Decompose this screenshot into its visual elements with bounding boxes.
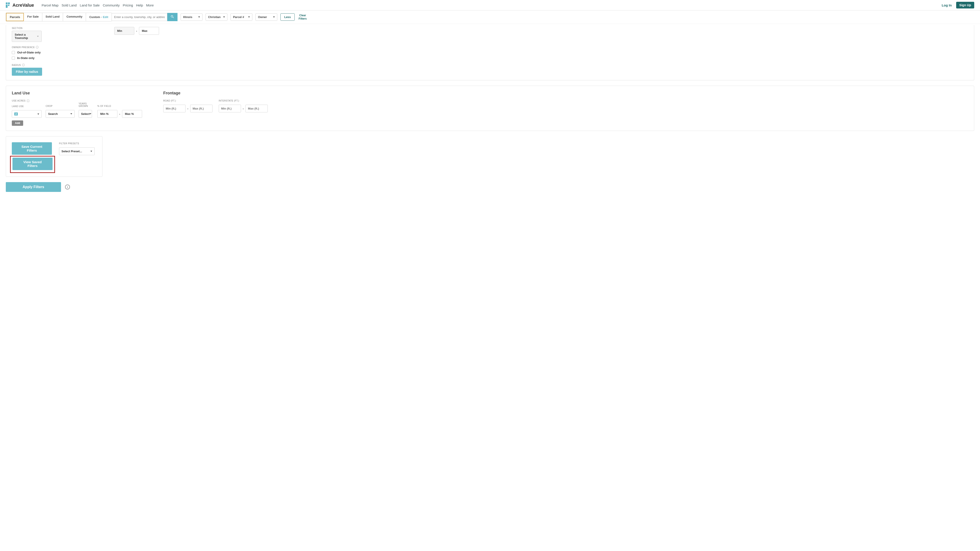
use-acres-label: USE ACRES <box>12 100 25 102</box>
checkbox-out-label: Out-of-State only <box>17 51 41 54</box>
logo-text: AcreValue <box>13 3 34 8</box>
view-saved-filters-button[interactable]: View Saved Filters <box>13 158 52 170</box>
road-min-input[interactable] <box>163 105 186 113</box>
tab-for-sale[interactable]: For Sale <box>24 13 42 21</box>
app-header: AcreValue Parcel Map Sold Land Land for … <box>0 0 980 11</box>
pct-max-input[interactable]: Max % <box>122 110 142 118</box>
land-use-select[interactable]: 2 <box>12 110 41 118</box>
radius-label: RADIUS i <box>12 64 85 66</box>
tab-community[interactable]: Community <box>63 13 86 21</box>
chevron-down-icon <box>223 16 225 17</box>
chevron-down-icon <box>37 114 39 115</box>
signup-button[interactable]: Sign Up <box>956 2 974 8</box>
interstate-min-input[interactable] <box>219 105 241 113</box>
chevron-down-icon <box>89 113 91 114</box>
less-button[interactable]: Less <box>280 13 295 21</box>
nav-help[interactable]: Help <box>136 2 143 8</box>
search-input[interactable] <box>111 13 167 21</box>
chevron-down-icon <box>248 16 250 17</box>
nav-land-for-sale[interactable]: Land for Sale <box>80 2 100 8</box>
state-value: Illinois <box>183 15 192 19</box>
nav-community[interactable]: Community <box>103 2 119 8</box>
township-select[interactable]: Select a Township <box>12 31 41 42</box>
highlight-annotation: View Saved Filters <box>10 156 55 173</box>
crop-select[interactable]: Search <box>46 110 75 118</box>
land-use-frontage-panel: Land Use USE ACRES LAND USE 2 CROP Searc… <box>6 86 974 131</box>
nav-parcel-map[interactable]: Parcel Map <box>41 2 59 8</box>
years-label: YEARS GROWN <box>79 102 93 107</box>
chevron-down-icon <box>198 16 200 17</box>
interstate-label: INTERSTATE (FT.) <box>219 100 268 102</box>
tab-sold-land[interactable]: Sold Land <box>42 13 63 21</box>
checkbox-in-label: In-State only <box>17 56 35 60</box>
tab-custom-label: Custom <box>89 15 100 19</box>
info-icon[interactable]: i <box>36 46 38 49</box>
checkbox-out-of-state[interactable]: Out-of-State only <box>12 51 85 54</box>
logo-icon <box>6 2 11 8</box>
filter-radius-button[interactable]: Filter by radius <box>12 68 42 76</box>
info-icon[interactable]: i <box>22 64 25 66</box>
crop-value: Search <box>48 112 58 116</box>
land-use-label: LAND USE <box>12 105 41 108</box>
tab-custom-dash: - <box>101 15 102 19</box>
section-label: SECTION <box>12 27 85 29</box>
frontage-title: Frontage <box>163 91 268 95</box>
presets-label: FILTER PRESETS <box>59 142 95 145</box>
clear-line1: Clear <box>299 14 307 17</box>
chevron-down-icon <box>37 36 39 37</box>
save-filters-button[interactable]: Save Current Filters <box>12 142 52 155</box>
road-label: ROAD (FT.) <box>163 100 213 102</box>
search-button[interactable] <box>167 13 178 21</box>
years-select[interactable]: Select <box>79 110 92 118</box>
range-dash: - <box>187 107 188 110</box>
owner-value: Owner <box>258 15 267 19</box>
filter-tabs: Parcels For Sale Sold Land Community Cus… <box>6 13 112 21</box>
min-input[interactable]: Min <box>114 27 134 35</box>
preset-select[interactable]: Select Preset... <box>59 148 95 155</box>
location-filter-panel: SECTION Select a Township OWNER PRESENCE… <box>6 25 974 80</box>
owner-presence-label: OWNER PRESENCE i <box>12 46 85 49</box>
land-use-title: Land Use <box>12 91 163 95</box>
years-value: Select <box>81 112 89 116</box>
crop-label: CROP <box>46 105 75 107</box>
main-nav: Parcel Map Sold Land Land for Sale Commu… <box>41 2 154 8</box>
info-icon[interactable]: i <box>65 184 70 189</box>
nav-sold-land[interactable]: Sold Land <box>62 2 77 8</box>
interstate-max-input[interactable] <box>245 105 268 113</box>
range-dash: - <box>119 112 120 116</box>
add-button[interactable]: Add <box>12 121 23 126</box>
owner-dropdown[interactable]: Owner <box>256 13 277 21</box>
presets-panel: Save Current Filters View Saved Filters … <box>6 136 102 177</box>
nav-pricing[interactable]: Pricing <box>123 2 133 8</box>
range-dash: - <box>243 107 244 110</box>
tab-parcels[interactable]: Parcels <box>6 13 24 21</box>
pct-min-input[interactable]: Min % <box>97 110 118 118</box>
nav-more[interactable]: More <box>146 2 154 8</box>
tab-custom[interactable]: Custom - Edit <box>86 13 111 21</box>
logo[interactable]: AcreValue <box>6 2 34 8</box>
state-dropdown[interactable]: Illinois <box>181 13 202 21</box>
land-use-badge: 2 <box>14 113 18 116</box>
clear-filters-link[interactable]: Clear Filters <box>299 14 307 20</box>
pct-label: % OF FIELD <box>97 105 142 107</box>
clear-line2: Filters <box>299 17 307 20</box>
tab-custom-edit[interactable]: Edit <box>103 15 108 19</box>
apply-filters-button[interactable]: Apply Filters <box>6 182 61 192</box>
search-icon <box>170 15 174 19</box>
preset-value: Select Preset... <box>62 149 82 153</box>
checkbox-icon <box>12 57 15 60</box>
road-max-input[interactable] <box>190 105 213 113</box>
checkbox-in-state[interactable]: In-State only <box>12 56 85 60</box>
filter-bar: Parcels For Sale Sold Land Community Cus… <box>0 11 980 24</box>
parcel-value: Parcel # <box>233 15 244 19</box>
county-value: Christian <box>208 15 221 19</box>
login-link[interactable]: Log In <box>942 3 952 7</box>
township-value: Select a Township <box>15 33 37 40</box>
chevron-down-icon <box>91 151 92 152</box>
parcel-dropdown[interactable]: Parcel # <box>231 13 252 21</box>
county-dropdown[interactable]: Christian <box>205 13 228 21</box>
max-input[interactable]: Max <box>139 27 159 35</box>
chevron-down-icon <box>70 113 72 114</box>
chevron-down-icon <box>273 16 275 17</box>
use-acres-checkbox[interactable] <box>27 100 29 102</box>
